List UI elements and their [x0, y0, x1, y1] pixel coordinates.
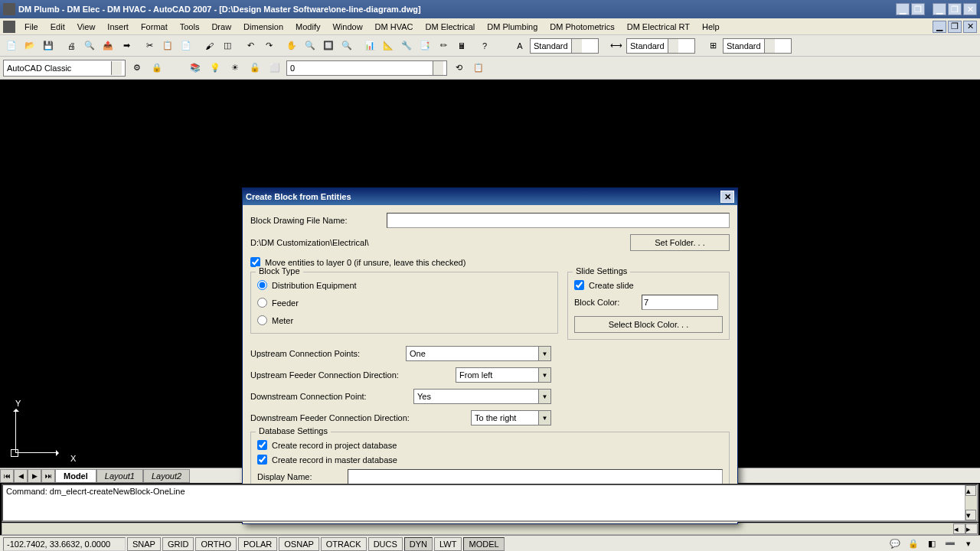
dropdown-icon[interactable] [433, 61, 443, 75]
restore2-button[interactable]: ❐ [911, 3, 925, 15]
tab-model[interactable]: Model [55, 469, 96, 483]
menu-help[interactable]: Help [696, 21, 726, 33]
copy-icon[interactable]: 📋 [159, 37, 176, 54]
paste-icon[interactable]: 📄 [178, 37, 194, 54]
mdi-minimize-button[interactable]: ▁ [933, 21, 946, 33]
text-style-icon[interactable]: A [511, 37, 528, 54]
layer-on-icon[interactable]: ☀ [227, 60, 243, 77]
dropdown-icon[interactable] [538, 368, 550, 382]
dropdown-icon[interactable] [668, 39, 678, 53]
open-icon[interactable]: 📂 [21, 37, 38, 54]
new-icon[interactable]: 📄 [3, 37, 20, 54]
cmd-scrollbar[interactable]: ▴ ▾ [965, 485, 977, 520]
layer-lock-icon[interactable]: 🔓 [247, 60, 263, 77]
select-color-button[interactable]: Select Block Color. . . [574, 316, 723, 333]
tab-layout1[interactable]: Layout1 [96, 469, 143, 483]
tab-next-button[interactable]: ▶ [28, 469, 41, 483]
minimize-button[interactable]: ▁ [933, 3, 946, 15]
scroll-up-icon[interactable]: ▴ [965, 485, 976, 496]
save-icon[interactable]: 💾 [40, 37, 57, 54]
dialog-close-button[interactable]: ✕ [720, 191, 734, 203]
undo-icon[interactable]: ↶ [242, 37, 259, 54]
cut-icon[interactable]: ✂ [141, 37, 158, 54]
polar-toggle[interactable]: POLAR [238, 537, 277, 551]
otrack-toggle[interactable]: OTRACK [321, 537, 367, 551]
preview-icon[interactable]: 🔍 [81, 37, 98, 54]
feeder-radio[interactable] [257, 298, 267, 308]
osnap-toggle[interactable]: OSNAP [279, 537, 319, 551]
zoom-icon[interactable]: 🔍 [302, 37, 318, 54]
dropdown-icon[interactable] [111, 61, 122, 75]
export-icon[interactable]: ➡ [118, 37, 135, 54]
tab-prev-button[interactable]: ◀ [14, 469, 28, 483]
layer-color-icon[interactable]: ⬜ [266, 60, 283, 77]
block-icon[interactable]: ◫ [219, 37, 236, 54]
downstream-pt-select[interactable]: Yes [413, 389, 551, 404]
maximize-button[interactable]: ❐ [948, 3, 962, 15]
menu-window[interactable]: Window [326, 21, 368, 33]
props-icon[interactable]: 📊 [361, 37, 378, 54]
dropdown-icon[interactable] [571, 39, 582, 53]
block-color-input[interactable] [642, 295, 718, 310]
tab-last-button[interactable]: ⏭ [41, 469, 55, 483]
dialog-titlebar[interactable]: Create Block from Entities ✕ [243, 188, 737, 205]
menu-tools[interactable]: Tools [174, 21, 206, 33]
menu-view[interactable]: View [71, 21, 102, 33]
snap-toggle[interactable]: SNAP [127, 537, 161, 551]
menu-insert[interactable]: Insert [101, 21, 135, 33]
block-file-input[interactable] [387, 213, 730, 228]
dropdown-icon[interactable] [538, 411, 550, 425]
dim-style-icon[interactable]: ⟷ [608, 37, 625, 54]
menu-edit[interactable]: Edit [44, 21, 71, 33]
redo-icon[interactable]: ↷ [260, 37, 277, 54]
markup-icon[interactable]: ✏ [435, 37, 452, 54]
grid-toggle[interactable]: GRID [162, 537, 194, 551]
dropdown-icon[interactable] [538, 347, 550, 360]
pan-icon[interactable]: ✋ [283, 37, 300, 54]
scroll-left-icon[interactable]: ◂ [953, 523, 965, 534]
ws-icon[interactable]: ◧ [923, 536, 940, 552]
dim-style-combo[interactable]: Standard [626, 38, 695, 54]
layer-combo[interactable]: 0 [286, 60, 447, 76]
menu-dmelec[interactable]: DM Electrical [420, 21, 482, 33]
zoom-prev-icon[interactable]: 🔍 [338, 37, 355, 54]
layer-prev-icon[interactable]: ⟲ [450, 60, 467, 77]
menu-dmhvac[interactable]: DM HVAC [369, 21, 420, 33]
menu-draw[interactable]: Draw [205, 21, 237, 33]
hscrollbar[interactable]: ◂ ▸ [2, 523, 978, 535]
meter-radio[interactable] [257, 315, 267, 325]
tab-first-button[interactable]: ⏮ [0, 469, 14, 483]
comm-icon[interactable]: 💬 [887, 536, 903, 552]
command-line[interactable]: Command: dm_elecrt-createNewBlock-OneLin… [2, 484, 978, 522]
tool-icon[interactable]: 🔧 [398, 37, 415, 54]
workspace-combo[interactable]: AutoCAD Classic [3, 60, 126, 77]
layer-filter-icon[interactable]: 💡 [207, 60, 224, 77]
tray-icon[interactable]: ▾ [960, 536, 977, 552]
minimize2-button[interactable]: ▁ [896, 3, 910, 15]
distribution-radio[interactable] [257, 280, 267, 290]
dyn-toggle[interactable]: DYN [404, 537, 433, 551]
calc-icon[interactable]: 🖩 [453, 37, 470, 54]
mdi-restore-button[interactable]: ❐ [948, 21, 962, 33]
text-style-combo[interactable]: Standard [530, 38, 599, 54]
close-button[interactable]: ✕ [963, 3, 977, 15]
lwt-toggle[interactable]: LWT [434, 537, 462, 551]
db-master-checkbox[interactable] [257, 455, 267, 465]
upstream-pts-select[interactable]: One [406, 346, 551, 361]
model-toggle[interactable]: MODEL [463, 537, 504, 551]
table-style-icon[interactable]: ⊞ [704, 37, 721, 54]
workspace-lock-icon[interactable]: 🔒 [149, 60, 165, 77]
menu-dmphoto[interactable]: DM Photometrics [544, 21, 620, 33]
workspace-settings-icon[interactable]: ⚙ [129, 60, 145, 77]
menu-dmelecrt[interactable]: DM Electrical RT [621, 21, 696, 33]
scroll-right-icon[interactable]: ▸ [965, 523, 978, 534]
zoom-window-icon[interactable]: 🔲 [320, 37, 337, 54]
lock-icon[interactable]: 🔒 [905, 536, 922, 552]
print-icon[interactable]: 🖨 [63, 37, 80, 54]
sheet-icon[interactable]: 📑 [416, 37, 433, 54]
set-folder-button[interactable]: Set Folder. . . [630, 234, 730, 251]
downstream-dir-select[interactable]: To the right [471, 410, 551, 425]
drawing-canvas[interactable]: Y X Create Block from Entities ✕ Block D… [0, 80, 980, 468]
match-icon[interactable]: 🖌 [201, 37, 217, 54]
display-name-input[interactable] [348, 469, 723, 484]
